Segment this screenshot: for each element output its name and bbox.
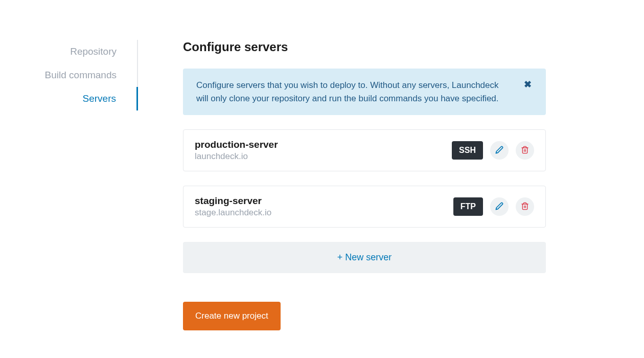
server-info: staging-server stage.launchdeck.io — [195, 195, 271, 218]
server-info: production-server launchdeck.io — [195, 139, 278, 162]
edit-button[interactable] — [490, 197, 509, 216]
trash-icon — [521, 146, 529, 155]
edit-button[interactable] — [490, 141, 509, 160]
pencil-icon — [495, 202, 503, 212]
server-host: launchdeck.io — [195, 151, 278, 162]
sidebar: Repository Build commands Servers — [0, 40, 138, 330]
delete-button[interactable] — [516, 197, 534, 216]
protocol-badge: FTP — [453, 197, 483, 216]
trash-icon — [521, 202, 529, 212]
sidebar-item-repository[interactable]: Repository — [0, 40, 138, 63]
sidebar-item-build-commands[interactable]: Build commands — [0, 63, 138, 87]
info-banner-text: Configure servers that you wish to deplo… — [196, 79, 523, 105]
server-card: staging-server stage.launchdeck.io FTP — [183, 186, 546, 228]
protocol-badge: SSH — [452, 141, 483, 160]
server-actions: FTP — [453, 197, 534, 216]
main-content: Configure servers Configure servers that… — [138, 40, 598, 330]
server-name: production-server — [195, 139, 278, 150]
server-card: production-server launchdeck.io SSH — [183, 129, 546, 171]
close-icon[interactable]: ✖ — [523, 79, 533, 90]
info-banner: Configure servers that you wish to deplo… — [183, 69, 546, 115]
pencil-icon — [495, 146, 503, 155]
create-project-button[interactable]: Create new project — [183, 302, 281, 330]
server-name: staging-server — [195, 195, 271, 207]
server-host: stage.launchdeck.io — [195, 208, 271, 218]
page-title: Configure servers — [183, 40, 546, 54]
sidebar-item-servers[interactable]: Servers — [0, 87, 138, 110]
server-actions: SSH — [452, 141, 534, 160]
new-server-button[interactable]: + New server — [183, 242, 546, 273]
delete-button[interactable] — [516, 141, 534, 160]
